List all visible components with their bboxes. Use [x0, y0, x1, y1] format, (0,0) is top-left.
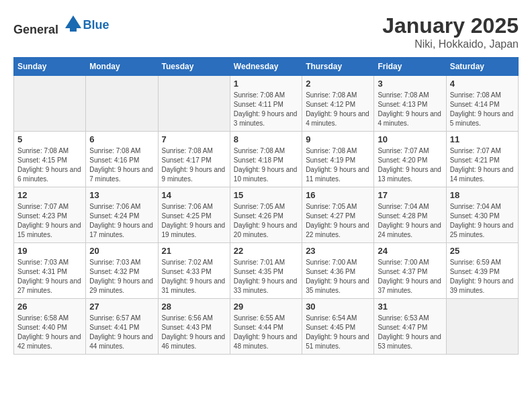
day-number: 18 — [450, 190, 515, 200]
day-number: 12 — [17, 190, 82, 200]
calendar-table: SundayMondayTuesdayWednesdayThursdayFrid… — [13, 57, 519, 355]
calendar-cell: 27Sunrise: 6:57 AMSunset: 4:41 PMDayligh… — [86, 299, 158, 355]
svg-rect-1 — [70, 28, 77, 32]
day-number: 23 — [306, 246, 370, 256]
calendar-cell: 18Sunrise: 7:04 AMSunset: 4:30 PMDayligh… — [446, 187, 518, 243]
day-info: Sunrise: 7:06 AMSunset: 4:24 PMDaylight:… — [89, 202, 154, 240]
weekday-header-monday: Monday — [86, 58, 158, 76]
day-number: 8 — [234, 134, 298, 144]
calendar-week-5: 26Sunrise: 6:58 AMSunset: 4:40 PMDayligh… — [14, 299, 519, 355]
day-number: 17 — [378, 190, 442, 200]
day-info: Sunrise: 6:55 AMSunset: 4:44 PMDaylight:… — [234, 314, 298, 351]
calendar-cell: 19Sunrise: 7:03 AMSunset: 4:31 PMDayligh… — [14, 243, 86, 299]
day-number: 24 — [378, 246, 442, 256]
day-number: 3 — [378, 79, 442, 89]
day-number: 19 — [17, 246, 82, 256]
logo-general: General — [13, 23, 58, 36]
calendar-cell: 14Sunrise: 7:06 AMSunset: 4:25 PMDayligh… — [158, 187, 230, 243]
day-number: 16 — [306, 190, 370, 200]
logo-blue: Blue — [83, 18, 109, 32]
day-number: 4 — [450, 79, 515, 89]
day-info: Sunrise: 7:07 AMSunset: 4:20 PMDaylight:… — [378, 146, 442, 184]
calendar-cell: 5Sunrise: 7:08 AMSunset: 4:15 PMDaylight… — [14, 132, 86, 187]
day-info: Sunrise: 6:56 AMSunset: 4:43 PMDaylight:… — [162, 314, 226, 351]
day-info: Sunrise: 7:05 AMSunset: 4:27 PMDaylight:… — [306, 202, 370, 240]
calendar-cell: 21Sunrise: 7:02 AMSunset: 4:33 PMDayligh… — [158, 243, 230, 299]
calendar-cell: 2Sunrise: 7:08 AMSunset: 4:12 PMDaylight… — [302, 76, 374, 132]
calendar-cell: 3Sunrise: 7:08 AMSunset: 4:13 PMDaylight… — [374, 76, 446, 132]
day-number: 25 — [450, 246, 515, 256]
calendar-cell: 29Sunrise: 6:55 AMSunset: 4:44 PMDayligh… — [230, 299, 302, 355]
day-info: Sunrise: 7:04 AMSunset: 4:30 PMDaylight:… — [450, 202, 515, 240]
day-info: Sunrise: 7:07 AMSunset: 4:21 PMDaylight:… — [450, 146, 515, 184]
calendar-cell: 31Sunrise: 6:53 AMSunset: 4:47 PMDayligh… — [374, 299, 446, 355]
calendar-cell: 24Sunrise: 7:00 AMSunset: 4:37 PMDayligh… — [374, 243, 446, 299]
calendar-cell: 20Sunrise: 7:03 AMSunset: 4:32 PMDayligh… — [86, 243, 158, 299]
weekday-header-row: SundayMondayTuesdayWednesdayThursdayFrid… — [14, 58, 519, 76]
day-number: 22 — [234, 246, 298, 256]
day-number: 21 — [162, 246, 226, 256]
calendar-week-1: 1Sunrise: 7:08 AMSunset: 4:11 PMDaylight… — [14, 76, 519, 132]
page-title: January 2025 — [382, 13, 519, 38]
calendar-cell — [158, 76, 230, 132]
day-info: Sunrise: 7:08 AMSunset: 4:12 PMDaylight:… — [306, 91, 370, 128]
weekday-header-wednesday: Wednesday — [230, 58, 302, 76]
weekday-header-thursday: Thursday — [302, 58, 374, 76]
day-number: 30 — [306, 302, 370, 312]
day-number: 20 — [89, 246, 154, 256]
calendar-cell: 30Sunrise: 6:54 AMSunset: 4:45 PMDayligh… — [302, 299, 374, 355]
calendar-cell: 11Sunrise: 7:07 AMSunset: 4:21 PMDayligh… — [446, 132, 518, 187]
day-number: 7 — [162, 134, 226, 144]
calendar-cell — [14, 76, 86, 132]
day-info: Sunrise: 7:01 AMSunset: 4:35 PMDaylight:… — [234, 258, 298, 295]
calendar-cell: 15Sunrise: 7:05 AMSunset: 4:26 PMDayligh… — [230, 187, 302, 243]
day-info: Sunrise: 7:04 AMSunset: 4:28 PMDaylight:… — [378, 202, 442, 240]
calendar-cell: 8Sunrise: 7:08 AMSunset: 4:18 PMDaylight… — [230, 132, 302, 187]
svg-marker-0 — [65, 15, 81, 28]
day-number: 6 — [89, 134, 154, 144]
day-number: 13 — [89, 190, 154, 200]
day-info: Sunrise: 7:00 AMSunset: 4:36 PMDaylight:… — [306, 258, 370, 295]
calendar-week-4: 19Sunrise: 7:03 AMSunset: 4:31 PMDayligh… — [14, 243, 519, 299]
day-number: 15 — [234, 190, 298, 200]
day-number: 11 — [450, 134, 515, 144]
day-number: 5 — [17, 134, 82, 144]
day-info: Sunrise: 7:08 AMSunset: 4:11 PMDaylight:… — [234, 91, 298, 128]
day-info: Sunrise: 7:08 AMSunset: 4:19 PMDaylight:… — [306, 146, 370, 184]
day-info: Sunrise: 6:54 AMSunset: 4:45 PMDaylight:… — [306, 314, 370, 351]
day-info: Sunrise: 7:08 AMSunset: 4:17 PMDaylight:… — [162, 146, 226, 184]
calendar-cell: 10Sunrise: 7:07 AMSunset: 4:20 PMDayligh… — [374, 132, 446, 187]
day-number: 10 — [378, 134, 442, 144]
day-number: 26 — [17, 302, 82, 312]
day-info: Sunrise: 6:53 AMSunset: 4:47 PMDaylight:… — [378, 314, 442, 351]
day-number: 1 — [234, 79, 298, 89]
calendar-cell: 16Sunrise: 7:05 AMSunset: 4:27 PMDayligh… — [302, 187, 374, 243]
day-info: Sunrise: 7:03 AMSunset: 4:31 PMDaylight:… — [17, 258, 82, 295]
title-block: January 2025 Niki, Hokkaido, Japan — [382, 13, 519, 50]
day-number: 29 — [234, 302, 298, 312]
calendar-week-2: 5Sunrise: 7:08 AMSunset: 4:15 PMDaylight… — [14, 132, 519, 187]
day-number: 14 — [162, 190, 226, 200]
calendar-cell: 7Sunrise: 7:08 AMSunset: 4:17 PMDaylight… — [158, 132, 230, 187]
day-number: 2 — [306, 79, 370, 89]
calendar-cell: 25Sunrise: 6:59 AMSunset: 4:39 PMDayligh… — [446, 243, 518, 299]
day-info: Sunrise: 7:07 AMSunset: 4:23 PMDaylight:… — [17, 202, 82, 240]
day-info: Sunrise: 7:08 AMSunset: 4:15 PMDaylight:… — [17, 146, 82, 184]
calendar-cell: 26Sunrise: 6:58 AMSunset: 4:40 PMDayligh… — [14, 299, 86, 355]
day-info: Sunrise: 7:03 AMSunset: 4:32 PMDaylight:… — [89, 258, 154, 295]
page-header: General Blue January 2025 Niki, Hokkaido… — [13, 13, 519, 50]
calendar-cell: 17Sunrise: 7:04 AMSunset: 4:28 PMDayligh… — [374, 187, 446, 243]
calendar-cell: 13Sunrise: 7:06 AMSunset: 4:24 PMDayligh… — [86, 187, 158, 243]
day-info: Sunrise: 7:06 AMSunset: 4:25 PMDaylight:… — [162, 202, 226, 240]
day-info: Sunrise: 6:57 AMSunset: 4:41 PMDaylight:… — [89, 314, 154, 351]
calendar-cell: 1Sunrise: 7:08 AMSunset: 4:11 PMDaylight… — [230, 76, 302, 132]
weekday-header-sunday: Sunday — [14, 58, 86, 76]
day-info: Sunrise: 7:05 AMSunset: 4:26 PMDaylight:… — [234, 202, 298, 240]
day-info: Sunrise: 7:08 AMSunset: 4:13 PMDaylight:… — [378, 91, 442, 128]
page-subtitle: Niki, Hokkaido, Japan — [382, 38, 519, 50]
calendar-cell: 4Sunrise: 7:08 AMSunset: 4:14 PMDaylight… — [446, 76, 518, 132]
calendar-week-3: 12Sunrise: 7:07 AMSunset: 4:23 PMDayligh… — [14, 187, 519, 243]
day-number: 28 — [162, 302, 226, 312]
calendar-cell — [446, 299, 518, 355]
day-info: Sunrise: 7:08 AMSunset: 4:18 PMDaylight:… — [234, 146, 298, 184]
